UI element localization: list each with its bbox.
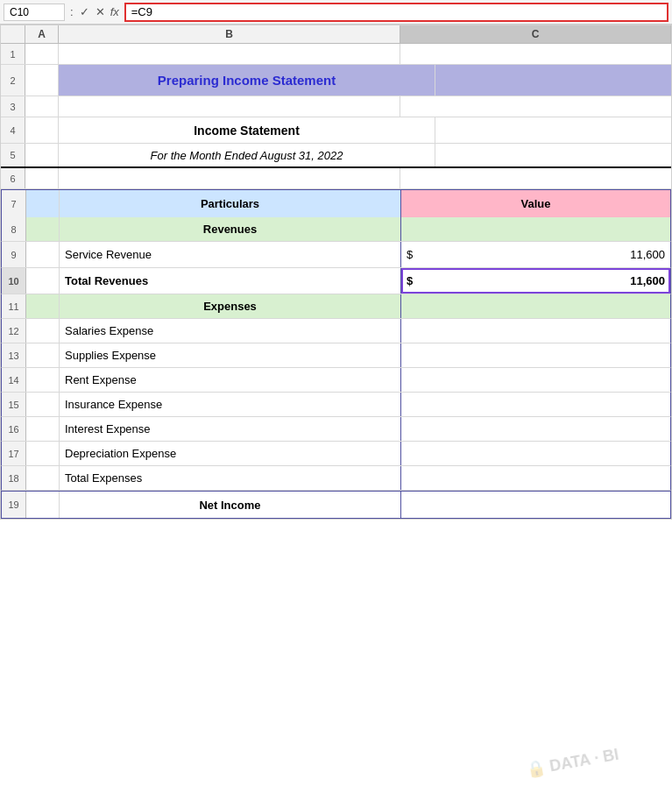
cell-b6[interactable] bbox=[59, 168, 400, 188]
spreadsheet: A B C 1 2 Preparing Income Statement 3 4… bbox=[0, 25, 672, 520]
col-header-b[interactable]: B bbox=[59, 25, 400, 43]
cell-c2[interactable] bbox=[435, 65, 671, 96]
cell-b7[interactable]: Particulars bbox=[60, 190, 401, 217]
row-number: 1 bbox=[1, 44, 25, 64]
dollar-sign: $ bbox=[407, 248, 413, 261]
cell-reference-box[interactable]: C10 bbox=[4, 4, 65, 21]
watermark-text: 🔒 DATA · BI bbox=[525, 746, 620, 779]
cell-a11[interactable] bbox=[26, 294, 60, 318]
cell-a3[interactable] bbox=[25, 96, 59, 117]
cell-c3[interactable] bbox=[400, 96, 671, 117]
cell-c19[interactable] bbox=[401, 492, 670, 518]
row-num-header bbox=[1, 25, 25, 43]
cell-b19[interactable]: Net Income bbox=[60, 492, 401, 518]
table-row: 12 Salaries Expense bbox=[1, 319, 671, 343]
cell-c12[interactable] bbox=[401, 319, 670, 343]
value-header: Value bbox=[521, 197, 551, 210]
cell-b3[interactable] bbox=[59, 96, 400, 117]
cell-a5[interactable] bbox=[25, 144, 59, 166]
cell-b15[interactable]: Insurance Expense bbox=[60, 393, 401, 416]
table-row: 4 Income Statement bbox=[1, 117, 671, 144]
cell-c5[interactable] bbox=[435, 144, 671, 166]
cell-a13[interactable] bbox=[26, 343, 60, 367]
cell-c18[interactable] bbox=[401, 466, 670, 490]
row-number: 16 bbox=[2, 417, 26, 441]
table-row: 18 Total Expenses bbox=[1, 466, 671, 491]
cell-c15[interactable] bbox=[401, 393, 670, 416]
cell-b18[interactable]: Total Expenses bbox=[60, 466, 401, 490]
cell-a4[interactable] bbox=[25, 117, 59, 143]
cross-icon[interactable]: : bbox=[68, 5, 75, 18]
cell-a15[interactable] bbox=[26, 393, 60, 416]
cell-c4[interactable] bbox=[435, 117, 671, 143]
cell-c11[interactable] bbox=[401, 294, 670, 318]
check-icon[interactable]: ✓ bbox=[78, 5, 91, 18]
total-revenues-amount: 11,600 bbox=[413, 274, 665, 287]
cell-b9[interactable]: Service Revenue bbox=[60, 242, 401, 267]
cell-b11[interactable]: Expenses bbox=[60, 294, 401, 318]
cell-b4[interactable]: Income Statement bbox=[59, 117, 435, 143]
insurance-label: Insurance Expense bbox=[65, 398, 162, 411]
row-number: 18 bbox=[2, 466, 26, 490]
formula-input[interactable] bbox=[124, 3, 668, 22]
cell-c14[interactable] bbox=[401, 368, 670, 392]
cell-a18[interactable] bbox=[26, 466, 60, 490]
cell-c17[interactable] bbox=[401, 442, 670, 465]
col-header-c[interactable]: C bbox=[400, 25, 671, 43]
date-text: For the Month Ended August 31, 2022 bbox=[64, 149, 429, 162]
table-row: 2 Preparing Income Statement bbox=[1, 65, 671, 96]
cell-b12[interactable]: Salaries Expense bbox=[60, 319, 401, 343]
table-row: 1 bbox=[1, 44, 671, 65]
depreciation-label: Depreciation Expense bbox=[65, 447, 176, 460]
verify-icon[interactable]: ✕ bbox=[94, 5, 107, 18]
total-expenses-label: Total Expenses bbox=[65, 471, 142, 485]
cell-b2-title[interactable]: Preparing Income Statement bbox=[59, 65, 435, 96]
dollar-sign: $ bbox=[407, 274, 413, 287]
table-row: 7 Particulars Value bbox=[1, 189, 671, 217]
cell-b10[interactable]: Total Revenues bbox=[60, 268, 401, 294]
cell-a9[interactable] bbox=[26, 242, 60, 267]
cell-c7[interactable]: Value bbox=[401, 190, 670, 217]
cell-a16[interactable] bbox=[26, 417, 60, 441]
col-header-a[interactable]: A bbox=[25, 25, 59, 43]
row-number: 17 bbox=[2, 442, 26, 465]
cell-c10[interactable]: $ 11,600 bbox=[401, 268, 670, 294]
service-revenue-label: Service Revenue bbox=[65, 248, 152, 261]
cell-b5[interactable]: For the Month Ended August 31, 2022 bbox=[59, 144, 435, 166]
cell-c13[interactable] bbox=[401, 343, 670, 367]
total-revenues-label: Total Revenues bbox=[65, 274, 148, 287]
cell-b8[interactable]: Revenues bbox=[60, 217, 401, 241]
cell-b14[interactable]: Rent Expense bbox=[60, 368, 401, 392]
row-number-active: 10 bbox=[2, 268, 26, 294]
cell-c8[interactable] bbox=[401, 217, 670, 241]
watermark: 🔒 DATA · BI bbox=[525, 745, 620, 780]
cell-c6[interactable] bbox=[400, 168, 671, 188]
cell-a19[interactable] bbox=[26, 492, 60, 518]
cell-a6[interactable] bbox=[25, 168, 59, 188]
cell-c16[interactable] bbox=[401, 417, 670, 441]
cell-a12[interactable] bbox=[26, 319, 60, 343]
cell-a17[interactable] bbox=[26, 442, 60, 465]
cell-c9[interactable]: $ 11,600 bbox=[401, 242, 670, 267]
table-row: 16 Interest Expense bbox=[1, 417, 671, 442]
row-number: 9 bbox=[2, 242, 26, 267]
table-row: 17 Depreciation Expense bbox=[1, 442, 671, 466]
row-number: 7 bbox=[2, 190, 26, 217]
cell-b16[interactable]: Interest Expense bbox=[60, 417, 401, 441]
table-row: 5 For the Month Ended August 31, 2022 bbox=[1, 144, 671, 168]
row-number: 3 bbox=[1, 96, 25, 117]
supplies-label: Supplies Expense bbox=[65, 349, 156, 362]
interest-label: Interest Expense bbox=[65, 422, 151, 435]
cell-a14[interactable] bbox=[26, 368, 60, 392]
cell-a10[interactable] bbox=[26, 268, 60, 294]
cell-c1[interactable] bbox=[400, 44, 671, 64]
cell-a2[interactable] bbox=[25, 65, 59, 96]
cell-b17[interactable]: Depreciation Expense bbox=[60, 442, 401, 465]
table-row: 6 bbox=[1, 168, 671, 189]
cell-a1[interactable] bbox=[25, 44, 59, 64]
cell-b13[interactable]: Supplies Expense bbox=[60, 343, 401, 367]
cell-a7[interactable] bbox=[26, 190, 60, 217]
cell-a8[interactable] bbox=[26, 217, 60, 241]
row-number: 13 bbox=[2, 343, 26, 367]
cell-b1[interactable] bbox=[59, 44, 400, 64]
